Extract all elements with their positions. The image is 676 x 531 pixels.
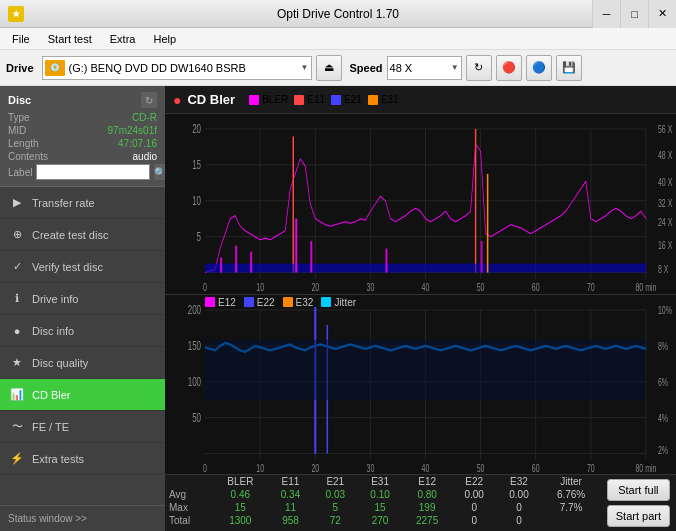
legend-e32: E32 <box>283 297 314 308</box>
bottom-chart: E12 E22 E32 Jitter <box>165 295 676 475</box>
sidebar-item-fe-te[interactable]: 〜 FE / TE <box>0 411 165 443</box>
svg-text:50: 50 <box>192 411 201 424</box>
stats-avg-e21: 0.03 <box>313 488 358 501</box>
stats-avg-e11: 0.34 <box>268 488 313 501</box>
menu-extra[interactable]: Extra <box>102 31 144 47</box>
app-icon: ★ <box>8 6 24 22</box>
verify-test-disc-icon: ✓ <box>10 260 24 274</box>
svg-text:100: 100 <box>188 375 202 388</box>
stats-avg-jitter: 6.76% <box>541 488 600 501</box>
drive-icon: 💿 <box>45 60 65 76</box>
sidebar-item-verify-test-disc[interactable]: ✓ Verify test disc <box>0 251 165 283</box>
sidebar-item-cd-bler[interactable]: 📊 CD Bler <box>0 379 165 411</box>
svg-text:48 X: 48 X <box>658 149 672 161</box>
stats-header-e12: E12 <box>402 475 451 488</box>
disc-mid-value: 97m24s01f <box>108 125 157 136</box>
close-button[interactable]: ✕ <box>648 0 676 28</box>
chart-title: CD Bler <box>187 92 235 107</box>
svg-rect-36 <box>205 264 646 273</box>
start-full-button[interactable]: Start full <box>607 479 670 501</box>
svg-text:80 min: 80 min <box>635 281 656 293</box>
minimize-button[interactable]: ─ <box>592 0 620 28</box>
disc-length-value: 47:07.16 <box>118 138 157 149</box>
disc-refresh-button[interactable]: ↻ <box>141 92 157 108</box>
sidebar-item-drive-info[interactable]: ℹ Drive info <box>0 283 165 315</box>
stats-table: BLER E11 E21 E31 E12 E22 E32 Jitter Avg <box>165 475 601 527</box>
stats-avg-e31: 0.10 <box>358 488 403 501</box>
sidebar-item-extra-tests[interactable]: ⚡ Extra tests <box>0 443 165 475</box>
svg-text:10: 10 <box>256 462 264 474</box>
stats-header-jitter: Jitter <box>541 475 600 488</box>
app-title: Opti Drive Control 1.70 <box>277 7 399 21</box>
stats-max-e12: 199 <box>402 501 451 514</box>
svg-text:60: 60 <box>532 281 540 293</box>
drive-label: Drive <box>6 62 34 74</box>
svg-text:70: 70 <box>587 462 595 474</box>
sidebar-nav: ▶ Transfer rate ⊕ Create test disc ✓ Ver… <box>0 187 165 505</box>
settings-button[interactable]: 🔴 <box>496 55 522 81</box>
stats-avg-e32: 0.00 <box>497 488 542 501</box>
sidebar-item-fe-te-label: FE / TE <box>32 421 69 433</box>
menu-file[interactable]: File <box>4 31 38 47</box>
svg-text:8 X: 8 X <box>658 263 669 275</box>
svg-rect-43 <box>481 241 483 272</box>
sidebar-item-create-test-disc[interactable]: ⊕ Create test disc <box>0 219 165 251</box>
stats-total-e31: 270 <box>358 514 403 527</box>
svg-rect-39 <box>250 252 252 273</box>
svg-text:150: 150 <box>188 339 202 352</box>
svg-text:20: 20 <box>192 123 201 136</box>
eject-button[interactable]: ⏏ <box>316 55 342 81</box>
svg-text:2%: 2% <box>658 444 668 456</box>
save-button[interactable]: 💾 <box>556 55 582 81</box>
stats-max-row: Max 15 11 5 15 199 0 0 7.7% <box>165 501 601 514</box>
svg-text:70: 70 <box>587 281 595 293</box>
svg-text:40: 40 <box>422 462 430 474</box>
menubar: File Start test Extra Help <box>0 28 676 50</box>
stats-max-e31: 15 <box>358 501 403 514</box>
svg-text:5: 5 <box>197 231 202 244</box>
svg-rect-38 <box>235 246 237 273</box>
speed-selector[interactable]: 48 X ▼ <box>387 56 462 80</box>
svg-text:0: 0 <box>203 462 207 474</box>
svg-text:24 X: 24 X <box>658 217 672 229</box>
status-window-label: Status window >> <box>8 513 87 524</box>
action-buttons: Start full Start part <box>601 475 676 531</box>
stats-max-label: Max <box>165 501 212 514</box>
extra-tests-icon: ⚡ <box>10 452 24 466</box>
disc-label-input[interactable] <box>36 164 150 180</box>
sidebar-item-transfer-rate[interactable]: ▶ Transfer rate <box>0 187 165 219</box>
svg-rect-42 <box>385 249 387 273</box>
svg-rect-41 <box>310 241 312 272</box>
sidebar-item-disc-quality-label: Disc quality <box>32 357 88 369</box>
legend-bler: BLER <box>249 94 288 105</box>
chart-header-icon: ● <box>173 92 181 108</box>
sidebar-item-disc-info[interactable]: ● Disc info <box>0 315 165 347</box>
fe-te-icon: 〜 <box>10 420 24 434</box>
start-part-button[interactable]: Start part <box>607 505 670 527</box>
disc-length-label: Length <box>8 138 39 149</box>
svg-text:32 X: 32 X <box>658 197 672 209</box>
chart-header: ● CD Bler BLER E11 E21 E31 <box>165 86 676 114</box>
svg-text:15: 15 <box>192 159 201 172</box>
svg-text:20: 20 <box>311 462 319 474</box>
sidebar-item-disc-quality[interactable]: ★ Disc quality <box>0 347 165 379</box>
transfer-rate-icon: ▶ <box>10 196 24 210</box>
drive-info-icon: ℹ <box>10 292 24 306</box>
status-window-toggle[interactable]: Status window >> <box>0 505 165 531</box>
stats-max-e22: 0 <box>452 501 497 514</box>
svg-text:4%: 4% <box>658 412 668 424</box>
refresh-drive-button[interactable]: ↻ <box>466 55 492 81</box>
stats-avg-label: Avg <box>165 488 212 501</box>
stats-header-e21: E21 <box>313 475 358 488</box>
legend-e12: E12 <box>205 297 236 308</box>
menu-starttest[interactable]: Start test <box>40 31 100 47</box>
svg-text:200: 200 <box>188 303 202 316</box>
maximize-button[interactable]: □ <box>620 0 648 28</box>
menu-help[interactable]: Help <box>145 31 184 47</box>
info-button[interactable]: 🔵 <box>526 55 552 81</box>
disc-mid-label: MID <box>8 125 26 136</box>
drive-selector[interactable]: 💿 (G:) BENQ DVD DD DW1640 BSRB ▼ <box>42 56 312 80</box>
window-controls: ─ □ ✕ <box>592 0 676 28</box>
drive-dropdown-arrow: ▼ <box>301 63 309 72</box>
sidebar-item-verify-test-disc-label: Verify test disc <box>32 261 103 273</box>
